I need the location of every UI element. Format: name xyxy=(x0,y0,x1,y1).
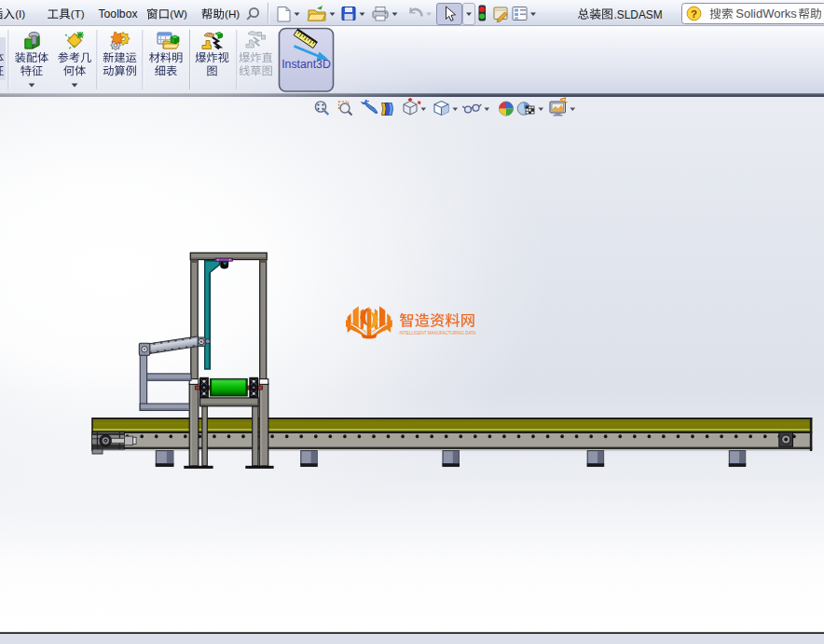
svg-text:INTELLIGENT MANUFACTURING DATA: INTELLIGENT MANUFACTURING DATA xyxy=(400,330,476,336)
svg-text:(W): (W) xyxy=(170,7,187,20)
svg-text:.SLDASM: .SLDASM xyxy=(614,8,663,21)
svg-text:?: ? xyxy=(691,8,697,20)
svg-text:Instant3D: Instant3D xyxy=(282,58,331,71)
svg-text:Toolbox: Toolbox xyxy=(99,7,138,21)
svg-text:SolidWorks: SolidWorks xyxy=(735,7,797,21)
svg-text:(I): (I) xyxy=(15,7,25,20)
svg-text:(T): (T) xyxy=(71,7,85,20)
svg-text:(H): (H) xyxy=(225,7,240,20)
